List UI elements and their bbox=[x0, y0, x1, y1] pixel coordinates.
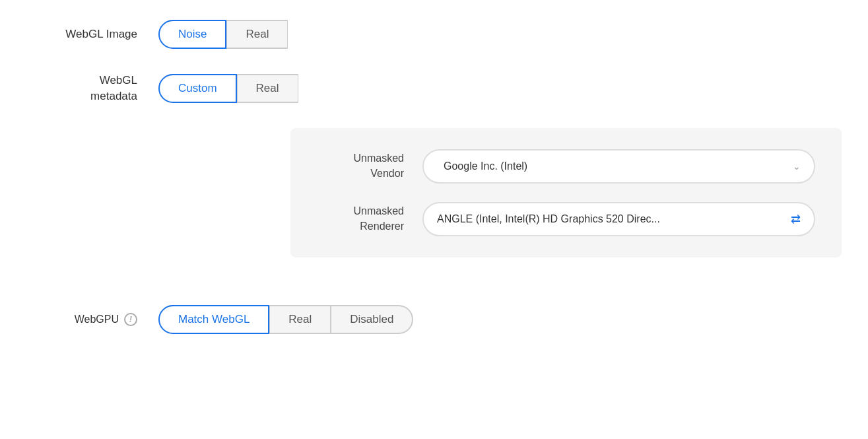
unmasked-renderer-value: ANGLE (Intel, Intel(R) HD Graphics 520 D… bbox=[437, 213, 660, 225]
webgl-metadata-toggle-group: Custom Real bbox=[158, 74, 298, 103]
webgl-metadata-sub-panel: Unmasked Vendor Google Inc. (Intel) bbox=[290, 128, 842, 257]
unmasked-renderer-row: Unmasked Renderer ANGLE (Intel, Intel(R)… bbox=[317, 202, 815, 236]
unmasked-renderer-label: Unmasked Renderer bbox=[317, 204, 422, 234]
unmasked-vendor-value: Google Inc. (Intel) bbox=[437, 160, 527, 172]
unmasked-renderer-field[interactable]: ANGLE (Intel, Intel(R) HD Graphics 520 D… bbox=[422, 202, 815, 236]
webgpu-label: WebGPU bbox=[75, 314, 119, 325]
webgl-metadata-label: WebGL metadata bbox=[26, 73, 158, 104]
unmasked-vendor-dropdown[interactable]: Google Inc. (Intel) ⌄ bbox=[422, 149, 815, 184]
webgpu-match-webgl-button[interactable]: Match WebGL bbox=[158, 305, 269, 334]
info-icon[interactable]: ! bbox=[124, 313, 137, 326]
unmasked-vendor-label: Unmasked Vendor bbox=[317, 151, 422, 181]
chevron-down-icon: ⌄ bbox=[793, 161, 801, 172]
webgl-metadata-row: WebGL metadata Custom Real bbox=[26, 73, 842, 104]
webgl-image-label: WebGL Image bbox=[26, 26, 158, 42]
webgpu-toggle-group: Match WebGL Real Disabled bbox=[158, 305, 413, 334]
webgl-metadata-custom-button[interactable]: Custom bbox=[158, 74, 237, 103]
webgl-image-row: WebGL Image Noise Real bbox=[26, 20, 842, 49]
shuffle-icon[interactable]: ⇄ bbox=[791, 212, 801, 226]
webgl-image-toggle-group: Noise Real bbox=[158, 20, 288, 49]
webgpu-real-button[interactable]: Real bbox=[269, 305, 331, 334]
webgpu-disabled-button[interactable]: Disabled bbox=[331, 305, 413, 334]
webgpu-label-group: WebGPU ! bbox=[26, 313, 158, 326]
webgl-image-real-button[interactable]: Real bbox=[226, 20, 288, 49]
unmasked-vendor-row: Unmasked Vendor Google Inc. (Intel) bbox=[317, 149, 815, 184]
webgl-image-noise-button[interactable]: Noise bbox=[158, 20, 226, 49]
webgl-metadata-real-button[interactable]: Real bbox=[237, 74, 298, 103]
webgpu-row: WebGPU ! Match WebGL Real Disabled bbox=[26, 305, 842, 334]
